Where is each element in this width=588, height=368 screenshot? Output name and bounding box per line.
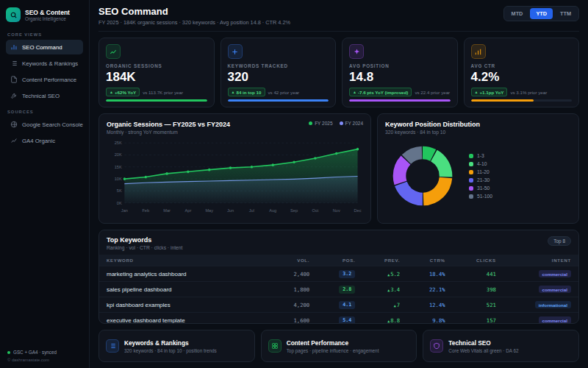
kpi-progress-bar <box>471 99 573 102</box>
sidebar-item-ga4-organic[interactable]: GA4 Organic <box>6 133 83 148</box>
table-title: Top Keywords <box>107 236 182 244</box>
volume-cell: 1,600 <box>272 313 317 325</box>
trend-up-icon: ▲ <box>394 303 396 308</box>
kpi-value: 4.2% <box>471 70 573 85</box>
kpi-compare: vs 42 prior year <box>268 90 300 95</box>
charts-row: Organic Sessions — FY2025 vs FY2024 Mont… <box>98 113 579 224</box>
keywords-table: KEYWORD VOL. POS. PREV. CTR% CLICKS INTE… <box>99 255 578 324</box>
svg-text:Oct: Oct <box>312 208 319 213</box>
column-header-intent: INTENT <box>503 255 578 266</box>
keyword-cell: executive dashboard template <box>99 313 272 325</box>
legend-label: 31-50 <box>477 185 490 191</box>
position-distribution-card: Keyword Position Distribution 320 keywor… <box>377 113 579 224</box>
donut-legend-dot <box>469 186 473 191</box>
prev-cell: ▲5.2 <box>362 266 407 282</box>
legend-label: 21-30 <box>477 177 490 183</box>
kpi-label: AVG POSITION <box>349 63 451 68</box>
kpi-trend-badge: ▲84 in top 10 <box>228 88 265 96</box>
svg-text:Mar: Mar <box>163 208 171 213</box>
ctr-cell: 18.4% <box>407 266 452 282</box>
table-row[interactable]: sales pipeline dashboard 1,800 2.8 ▲3.4 … <box>99 282 578 297</box>
column-header-pos: POS. <box>317 255 362 266</box>
table-row[interactable]: executive dashboard template 1,600 5.4 ▲… <box>99 313 578 325</box>
top-keywords-card: Top Keywords Ranking · vol · CTR · click… <box>98 230 579 324</box>
page-subtitle: FY 2025 · 184K organic sessions · 320 ke… <box>98 19 290 26</box>
table-row[interactable]: marketing analytics dashboard 2,400 3.2 … <box>99 266 578 282</box>
globe-icon <box>10 121 18 128</box>
sidebar-item-technical-seo[interactable]: Technical SEO <box>6 88 83 103</box>
column-header-vol: VOL. <box>272 255 317 266</box>
sidebar-item-keywords-rankings[interactable]: Keywords & Rankings <box>6 56 83 71</box>
sidebar-item-seo-command[interactable]: SEO Command <box>6 40 83 54</box>
sources-label: SOURCES <box>7 110 82 114</box>
plus-icon <box>228 44 243 59</box>
footer-cards-row: Keywords & Rankings 320 keywords · 84 in… <box>98 330 579 362</box>
footer-card-technical-seo[interactable]: Technical SEO Core Web Vitals all green … <box>423 330 579 362</box>
svg-text:Aug: Aug <box>269 208 276 213</box>
sidebar-item-label: Google Search Console <box>22 121 83 128</box>
legend-label: 4-10 <box>477 161 487 166</box>
column-header-prev: PREV. <box>362 255 407 266</box>
intent-badge: commercial <box>539 286 571 293</box>
footer-card-content-performance[interactable]: Content Performance Top pages · pipeline… <box>261 330 417 362</box>
trend-up-icon: ▲ <box>475 90 478 94</box>
sessions-chart-card: Organic Sessions — FY2025 vs FY2024 Mont… <box>98 113 371 224</box>
status-dot-icon <box>7 351 10 354</box>
kpi-label: AVG CTR <box>471 63 573 68</box>
sidebar: SEO & Content Organic Intelligence CORE … <box>0 0 90 368</box>
sidebar-item-content-performance[interactable]: Content Performance <box>6 72 83 87</box>
intent-badge: informational <box>535 301 571 308</box>
svg-text:Dec: Dec <box>354 208 362 213</box>
legend-dot-fy2025 <box>309 121 312 125</box>
position-badge: 3.2 <box>339 270 355 278</box>
clicks-cell: 521 <box>453 297 503 313</box>
column-header-keyword: KEYWORD <box>99 255 272 266</box>
legend-label: FY 2025 <box>315 121 332 126</box>
page-header: SEO Command FY 2025 · 184K organic sessi… <box>98 6 579 32</box>
sidebar-item-label: Content Performance <box>22 77 76 83</box>
line-chart-icon <box>106 44 121 59</box>
kpi-value: 184K <box>106 70 207 85</box>
kpi-card-avg-ctr: AVG CTR 4.2% ▲+1.1pp YoY vs 3.1% prior y… <box>464 38 580 107</box>
date-range-switcher: MTD YTD TTM <box>503 6 579 21</box>
chart-title: Organic Sessions — FY2025 vs FY2024 <box>107 121 230 128</box>
kpi-progress-bar <box>106 99 207 102</box>
keyword-cell: sales pipeline dashboard <box>99 282 272 297</box>
legend-label: 51-100 <box>477 194 492 199</box>
range-button-mtd[interactable]: MTD <box>506 8 529 19</box>
analytics-icon <box>10 137 18 144</box>
volume-cell: 4,200 <box>272 297 317 313</box>
prev-cell: ▲7 <box>362 297 407 313</box>
range-button-ttm[interactable]: TTM <box>554 8 577 19</box>
keyword-cell: marketing analytics dashboard <box>99 266 272 282</box>
position-badge: 5.4 <box>339 316 355 325</box>
footer-card-title: Content Performance <box>287 339 379 347</box>
donut-legend: 1-3 4-10 11-20 21-30 31-50 51-100 <box>469 153 492 199</box>
trend-up-icon: ▲ <box>232 90 235 94</box>
column-header-ctr: CTR% <box>407 255 452 266</box>
chart-subtitle: Monthly · strong YoY momentum <box>107 130 230 135</box>
kpi-value: 14.8 <box>349 70 451 85</box>
magnifier-logo-icon <box>6 7 21 22</box>
legend-dot-fy2024 <box>340 121 343 125</box>
footer-card-subtitle: 320 keywords · 84 in top 10 · position t… <box>124 348 217 353</box>
svg-text:Jul: Jul <box>249 208 254 213</box>
sidebar-footer: GSC + GA4 · synced © dashramastate.com <box>7 350 83 362</box>
table-row[interactable]: kpi dashboard examples 4,200 4.1 ▲7 12.4… <box>99 297 578 313</box>
trend-up-icon: ▲ <box>387 288 390 292</box>
position-badge: 2.8 <box>339 286 355 294</box>
svg-text:May: May <box>205 208 213 213</box>
svg-text:10K: 10K <box>115 177 122 181</box>
kpi-compare: vs 22.4 prior year <box>415 90 450 95</box>
range-button-ytd[interactable]: YTD <box>530 8 553 19</box>
sidebar-item-google-search-console[interactable]: Google Search Console <box>6 117 83 132</box>
main-content: SEO Command FY 2025 · 184K organic sessi… <box>90 0 588 368</box>
kpi-trend-badge: ▲+62% YoY <box>106 88 140 96</box>
svg-text:Jun: Jun <box>227 208 234 213</box>
clicks-cell: 441 <box>453 266 503 282</box>
clicks-cell: 157 <box>453 313 503 325</box>
volume-cell: 1,800 <box>272 282 317 297</box>
shield-icon <box>430 339 443 353</box>
footer-card-keywords-rankings[interactable]: Keywords & Rankings 320 keywords · 84 in… <box>98 330 255 362</box>
ctr-cell: 9.8% <box>407 313 452 325</box>
